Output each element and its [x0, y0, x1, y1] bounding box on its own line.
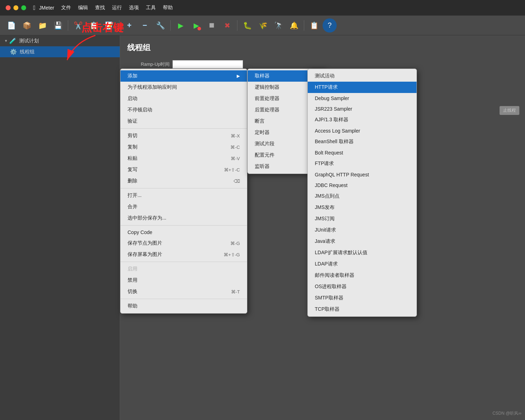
toolbar: 📄 📦 📁 💾 ✂️ 📋 📝 + − 🔧 ▶ ▶ ⏹ ✖ 🐛 🌾 🔭 🔔 📋 ? [0, 16, 525, 35]
stop-thread-area: 止线程 [500, 106, 519, 115]
cm-delete[interactable]: 删除 ⌫ [120, 175, 247, 187]
paste-button[interactable]: 📝 [102, 18, 116, 33]
stop-button[interactable]: ⏹ [205, 18, 219, 33]
save-button[interactable]: 💾 [51, 18, 65, 33]
fullscreen-button[interactable] [21, 5, 26, 10]
cm-paste[interactable]: 粘贴 ⌘-V [120, 153, 247, 164]
menu-tools[interactable]: 工具 [146, 5, 156, 11]
cm-save-screen-image-label: 保存屏幕为图片 [128, 251, 162, 258]
cm-save-selection[interactable]: 选中部分保存为... [120, 212, 247, 224]
tree-item-test-plan[interactable]: ▼ 🧪 测试计划 [0, 35, 120, 46]
cm-paste-shortcut: ⌘-V [231, 156, 240, 161]
new-button[interactable]: 📄 [4, 18, 18, 33]
hay-button[interactable]: 🌾 [256, 18, 270, 33]
cm-cut[interactable]: 剪切 ⌘-X [120, 130, 247, 141]
sm2-beanshell-sampler-label: BeanShell 取样器 [315, 139, 354, 145]
cm-add[interactable]: 添加 ▶ [120, 70, 247, 82]
cm-copy-code[interactable]: Copy Code [120, 227, 247, 238]
menu-find[interactable]: 查找 [95, 5, 105, 11]
broom-button[interactable]: 🔔 [287, 18, 301, 33]
cm-disable-label: 禁用 [128, 277, 137, 284]
cm-paste-label: 粘贴 [128, 155, 137, 162]
tree-item-thread-group[interactable]: ⚙️ 线程组 [0, 46, 120, 57]
cm-duplicate-shortcut: ⌘+⇧-C [224, 167, 240, 173]
sm2-jms-point[interactable]: JMS点到点 [308, 191, 417, 202]
cm-cut-shortcut: ⌘-X [231, 133, 240, 139]
cm-merge[interactable]: 合并 [120, 201, 247, 212]
sm2-ldap-request-label: LDAP请求 [315, 261, 338, 267]
cm-save-screen-image[interactable]: 保存屏幕为图片 ⌘+⇧-G [120, 249, 247, 260]
cm-enable-label: 启用 [128, 266, 137, 272]
cm-start-no-pause-label: 不停顿启动 [128, 107, 152, 113]
tree-arrow-test-plan: ▼ [4, 39, 8, 43]
sm2-bolt-request[interactable]: Bolt Request [308, 147, 417, 158]
cm-help[interactable]: 帮助 [120, 301, 247, 312]
sm2-junit-request[interactable]: JUnit请求 [308, 224, 417, 236]
sm2-ldap-request[interactable]: LDAP请求 [308, 258, 417, 270]
sm2-jms-publish-label: JMS发布 [315, 204, 335, 211]
cut-button[interactable]: ✂️ [71, 18, 85, 33]
sm2-jdbc-request[interactable]: JDBC Request [308, 180, 417, 191]
sm2-ldap-ext-request[interactable]: LDAP扩展请求默认认值 [308, 247, 417, 258]
tree-label-test-plan: 测试计划 [19, 38, 39, 44]
sm2-http-request[interactable]: HTTP请求 [308, 82, 417, 93]
expand-button[interactable]: + [122, 18, 136, 33]
sm2-os-process-label: OS进程取样器 [315, 284, 347, 290]
run-no-pause-button[interactable]: ▶ [189, 18, 203, 33]
shutdown-button[interactable]: ✖ [220, 18, 234, 33]
sm2-smtp[interactable]: SMTP取样器 [308, 292, 417, 304]
minimize-button[interactable] [13, 5, 18, 10]
cm-validate[interactable]: 验证 [120, 116, 247, 127]
cm-sep-5 [120, 299, 247, 299]
title-bar:  JMeter 文件 编辑 查找 运行 选项 工具 帮助 [0, 0, 525, 16]
run-button[interactable]: ▶ [173, 18, 188, 33]
copy-button[interactable]: 📋 [87, 18, 101, 33]
menu-help[interactable]: 帮助 [163, 5, 173, 11]
cm-open[interactable]: 打开... [120, 190, 247, 201]
sm2-beanshell-sampler[interactable]: BeanShell 取样器 [308, 136, 417, 147]
sm1-logic-controller-label: 逻辑控制器 [255, 84, 279, 91]
cm-start-no-pause[interactable]: 不停顿启动 [120, 104, 247, 116]
apple-menu[interactable]:  [33, 4, 36, 12]
ramp-up-input[interactable] [172, 60, 243, 69]
toggle-button[interactable]: 🔧 [153, 18, 167, 33]
cm-disable[interactable]: 禁用 [120, 275, 247, 286]
sm2-ajp-sampler[interactable]: AJP/1.3 取样器 [308, 114, 417, 126]
menu-options[interactable]: 选项 [129, 5, 139, 11]
sm2-tcp-sampler-label: TCP取样器 [315, 306, 340, 313]
sm2-graphql-request[interactable]: GraphQL HTTP Request [308, 169, 417, 180]
debug-button[interactable]: 🐛 [240, 18, 254, 33]
menu-run[interactable]: 运行 [112, 5, 122, 11]
cm-add-response-time[interactable]: 为子线程添加响应时间 [120, 82, 247, 93]
cm-copy-code-label: Copy Code [128, 229, 152, 235]
cm-duplicate[interactable]: 复写 ⌘+⇧-C [120, 164, 247, 175]
sm2-test-action[interactable]: 测试活动 [308, 70, 417, 82]
sm2-tcp-sampler[interactable]: TCP取样器 [308, 304, 417, 315]
question-button[interactable]: ? [323, 18, 337, 33]
list-button[interactable]: 📋 [307, 18, 321, 33]
sm2-os-process[interactable]: OS进程取样器 [308, 281, 417, 292]
collapse-button[interactable]: − [138, 18, 152, 33]
toolbar-separator-5 [304, 20, 304, 31]
menu-file[interactable]: 文件 [61, 5, 71, 11]
sm2-jms-subscribe[interactable]: JMS订阅 [308, 213, 417, 224]
menu-edit[interactable]: 编辑 [78, 5, 88, 11]
cm-toggle[interactable]: 切换 ⌘-T [120, 286, 247, 297]
sm2-jsr223-sampler[interactable]: JSR223 Sampler [308, 104, 417, 114]
sm2-java-request[interactable]: Java请求 [308, 236, 417, 247]
binoculars-button[interactable]: 🔭 [271, 18, 285, 33]
sm2-access-log-sampler[interactable]: Access Log Sampler [308, 126, 417, 136]
cm-duplicate-label: 复写 [128, 167, 137, 173]
sm2-ftp-request[interactable]: FTP请求 [308, 158, 417, 169]
cm-save-node-image[interactable]: 保存节点为图片 ⌘-G [120, 238, 247, 249]
cm-start[interactable]: 启动 [120, 93, 247, 104]
close-button[interactable] [6, 5, 11, 10]
open-template-button[interactable]: 📦 [20, 18, 34, 33]
stop-thread-button[interactable]: 止线程 [500, 106, 519, 115]
sm2-mail-reader[interactable]: 邮件阅读者取样器 [308, 270, 417, 281]
cm-copy[interactable]: 复制 ⌘-C [120, 141, 247, 153]
sm2-debug-sampler[interactable]: Debug Sampler [308, 93, 417, 104]
sm2-ftp-request-label: FTP请求 [315, 161, 334, 167]
sm2-jms-publish[interactable]: JMS发布 [308, 202, 417, 213]
open-button[interactable]: 📁 [35, 18, 49, 33]
